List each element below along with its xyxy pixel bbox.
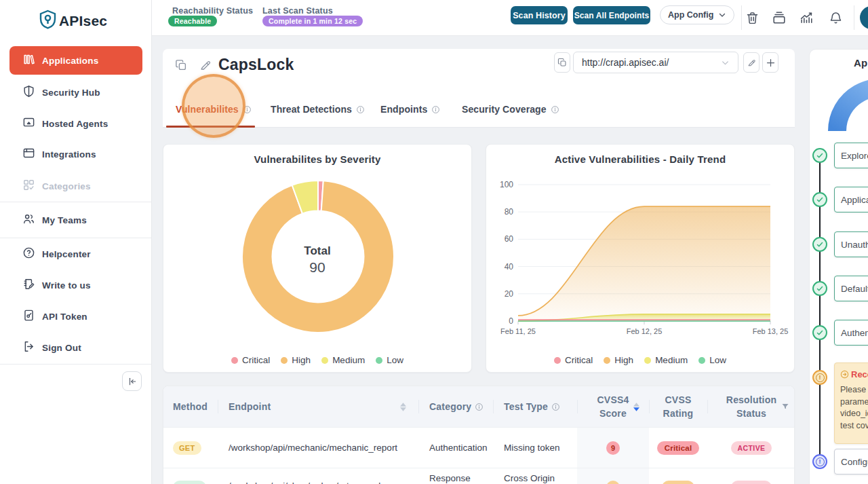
cvss-rating-badge: High [662,481,694,484]
legend-item-critical[interactable]: Critical [231,355,270,365]
donut-legend: Critical High Medium Low [163,355,471,365]
onboarding-step[interactable]: Default Auth profile [834,276,868,301]
legend-item-low[interactable]: Low [698,355,726,365]
grid-icon [22,179,35,194]
info-icon [475,403,484,411]
onboarding-step[interactable]: Unauthenticated scan [834,231,868,257]
sort-icon[interactable] [400,403,406,411]
table-row[interactable]: POST /workshop/api/shop/orders/return_or… [163,468,794,484]
app-config-dropdown[interactable]: App Config [660,5,734,24]
last-scan-status-label: Last Scan Status [262,6,333,16]
copy-url-button[interactable] [554,52,570,73]
copy-app-icon[interactable] [175,59,187,71]
monitor-icon [22,116,35,132]
legend-dot [698,357,705,364]
sidebar-item-write-to-us[interactable]: Write to us [9,271,142,299]
apisec-logo-text: APIsec [59,13,107,29]
app-window: APIsec Applications Security Hub Hosted … [0,0,868,484]
step-info-icon: ! [812,454,827,469]
sidebar-item-categories: Categories [9,172,142,200]
sidebar-item-label: Hosted Agents [42,119,108,129]
sidebar-collapse-button[interactable] [122,371,142,391]
col-header-cvss-rating[interactable]: CVSS Rating [649,386,707,427]
user-avatar[interactable] [860,6,868,29]
onboarding-step[interactable]: Application details [834,187,868,212]
edit-url-button[interactable] [743,52,760,73]
cvss-score-badge: 7 [606,481,620,484]
col-header-category[interactable]: Category [418,386,493,427]
archive-icon[interactable] [771,10,787,26]
tab-label: Threat Detections [271,104,352,115]
people-icon [22,212,35,228]
legend-dot [376,357,382,364]
endpoint-cell: /workshop/api/mechanic/mechanic_report [218,428,418,468]
page-title: CapsLock [218,56,294,74]
legend-dot [281,357,288,364]
caret-down-icon [400,407,406,411]
col-header-method[interactable]: Method [163,386,218,427]
bell-icon[interactable] [827,10,844,26]
app-url-select[interactable]: http://crapi.apisec.ai/ [573,52,738,73]
sort-icon-active[interactable] [633,403,639,411]
info-icon [431,105,440,114]
sign-out-icon [22,340,35,356]
legend-item-medium[interactable]: Medium [321,355,365,365]
info-icon [243,105,252,114]
tab-label: Security Coverage [462,104,547,115]
onboarding-step[interactable]: Explore your app [834,143,868,168]
legend-item-low[interactable]: Low [376,355,403,365]
scan-history-button[interactable]: Scan History [511,6,568,24]
legend-item-medium[interactable]: Medium [644,355,688,365]
sidebar-item-my-teams[interactable]: My Teams [9,206,142,234]
sidebar-divider [0,202,151,202]
legend-item-high[interactable]: High [281,355,311,365]
chevron-down-icon [721,58,730,67]
sidebar-item-api-token[interactable]: API Token [9,302,142,331]
sidebar-item-helpcenter[interactable]: Helpcenter [9,240,142,268]
stats-icon[interactable] [798,10,814,26]
trash-icon[interactable] [744,10,760,26]
collapse-left-icon [127,377,137,386]
tab-security-coverage[interactable]: Security Coverage [462,96,559,123]
col-header-cvss4-score[interactable]: CVSS4 Score [577,386,649,427]
tab-threat-detections[interactable]: Threat Detections [271,96,365,123]
table-row[interactable]: GET /workshop/api/mechanic/mechanic_repo… [163,427,794,468]
svg-text:Feb 12, 25: Feb 12, 25 [627,327,663,335]
svg-text:Feb 11, 25: Feb 11, 25 [500,327,536,335]
app-url-value: http://crapi.apisec.ai/ [582,57,721,68]
col-header-test-type[interactable]: Test Type [493,386,577,427]
sidebar-item-integrations[interactable]: Integrations [9,140,142,168]
col-header-endpoint[interactable]: Endpoint [218,386,418,427]
sidebar-item-applications[interactable]: Applications [9,46,142,75]
sidebar-item-label: My Teams [42,215,87,225]
step-check-icon [812,325,827,340]
svg-text:40: 40 [505,262,514,272]
sidebar-item-hosted-agents[interactable]: Hosted Agents [9,109,142,138]
filter-funnel-icon[interactable] [781,403,789,411]
col-header-resolution-status[interactable]: Resolution Status [707,386,795,427]
test-type-cell: Cross Origin [493,468,577,484]
onboarding-step[interactable]: Authenticated scan [834,320,868,346]
chevron-down-icon [718,11,726,19]
sidebar-item-security-hub[interactable]: Security Hub [9,78,142,107]
window-icon [22,147,35,162]
tab-vulnerabilities[interactable]: Vulnerabilites [176,96,252,123]
step-check-icon [812,192,827,207]
scan-all-endpoints-button[interactable]: Scan All Endpoints [573,6,650,24]
edit-app-icon[interactable] [199,59,212,71]
recommendation-note[interactable]: Recommendation Please provide the parame… [834,362,868,444]
sidebar-item-sign-out[interactable]: Sign Out [9,333,142,362]
severity-donut-card: Vulnerabilites by Severity Total 90 Crit… [163,144,472,373]
legend-item-high[interactable]: High [604,355,633,365]
tab-endpoints[interactable]: Endpoints [380,96,440,123]
method-badge: POST [173,481,206,484]
app-header-card: CapsLock http://crapi.apisec.ai/ Vulnera… [163,49,795,128]
onboarding-step[interactable]: Configure notifications [834,449,868,474]
category-cell: Authentication [418,428,493,468]
legend-item-critical[interactable]: Critical [554,355,593,365]
notepad-pencil-icon [22,278,35,293]
legend-dot [604,357,610,364]
daily-trend-chart[interactable]: 020406080100Feb 11, 25Feb 12, 25Feb 13, … [486,145,795,348]
add-url-button[interactable] [762,52,778,73]
token-document-icon [22,309,35,324]
